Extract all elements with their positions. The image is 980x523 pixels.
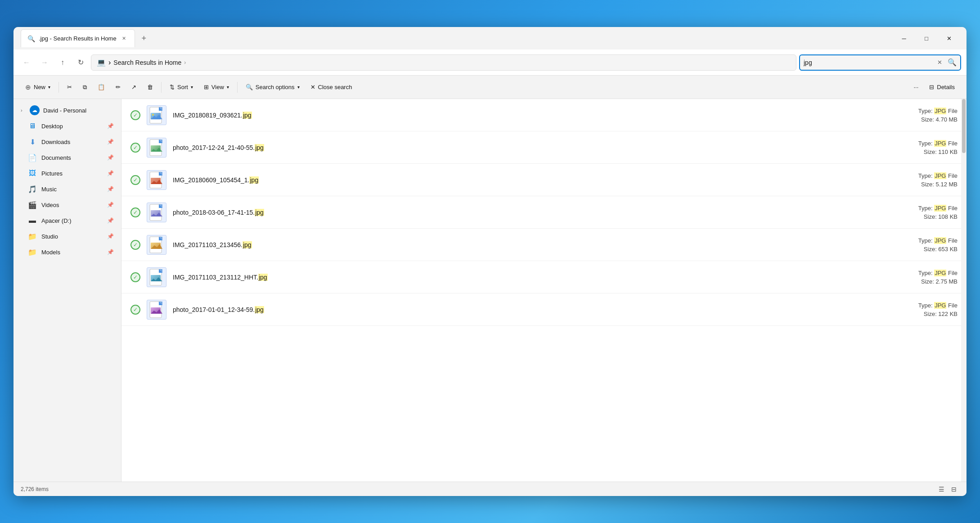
table-row[interactable]: ✓ — [121, 229, 967, 261]
scrollbar-track[interactable] — [961, 99, 967, 482]
file-name-highlight: jpg — [255, 144, 264, 151]
new-label: New — [34, 84, 45, 90]
search-options-chevron-icon: ▾ — [297, 85, 300, 90]
sidebar-studio-label: Studio — [41, 233, 103, 240]
table-row[interactable]: ✓ — [121, 261, 967, 293]
file-meta: Type: JPG File Size: 108 KB — [886, 205, 958, 220]
search-options-icon: 🔍 — [246, 84, 253, 90]
table-row[interactable]: ✓ — [121, 99, 967, 131]
copy-button[interactable]: ⧉ — [78, 79, 91, 95]
sidebar-section-header[interactable]: › ☁ David - Personal — [15, 103, 119, 118]
file-name-highlight: jpg — [243, 112, 252, 119]
pictures-pin-icon: 📌 — [107, 170, 114, 176]
view-label: View — [211, 84, 224, 90]
file-name: IMG_20171103_213112_HHT.jpg — [173, 274, 879, 281]
sidebar-apacer-label: Apacer (D:) — [41, 217, 103, 224]
sidebar-item-downloads[interactable]: ⬇ Downloads 📌 — [15, 134, 119, 149]
main-area: › ☁ David - Personal 🖥 Desktop 📌 ⬇ Downl… — [13, 99, 967, 482]
tab-close-button[interactable]: ✕ — [120, 35, 128, 43]
paste-icon: 📋 — [98, 84, 105, 90]
table-row[interactable]: ✓ — [121, 164, 967, 196]
file-type: Type: JPG File — [918, 205, 958, 212]
new-tab-button[interactable]: + — [137, 31, 151, 45]
sidebar-item-pictures[interactable]: 🖼 Pictures 📌 — [15, 166, 119, 181]
sidebar-item-videos[interactable]: 🎬 Videos 📌 — [15, 197, 119, 212]
sidebar-item-models[interactable]: 📁 Models 📌 — [15, 244, 119, 260]
close-search-button[interactable]: ✕ Close search — [306, 79, 357, 95]
file-name-highlight: jpg — [255, 306, 264, 313]
sidebar-section-chevron: › — [21, 108, 26, 113]
documents-icon: 📄 — [28, 153, 37, 162]
active-tab[interactable]: 🔍 .jpg - Search Results in Home ✕ — [21, 29, 135, 47]
view-button[interactable]: ⊞ View ▾ — [199, 79, 234, 95]
sync-status-icon: ✓ — [130, 175, 140, 185]
file-icon — [147, 105, 166, 125]
sort-button[interactable]: ⇅ Sort ▾ — [165, 79, 198, 95]
file-icon — [147, 235, 166, 255]
file-meta: Type: JPG File Size: 110 KB — [886, 140, 958, 155]
more-options-button[interactable]: ··· — [909, 79, 923, 95]
grid-view-button[interactable]: ⊟ — [949, 484, 959, 495]
sidebar-item-apacer[interactable]: ▬ Apacer (D:) 📌 — [15, 213, 119, 228]
sidebar-item-desktop[interactable]: 🖥 Desktop 📌 — [15, 118, 119, 134]
tab-search-icon: 🔍 — [27, 35, 35, 42]
cut-button[interactable]: ✂ — [63, 79, 76, 95]
svg-rect-9 — [159, 140, 162, 143]
tab-title: .jpg - Search Results in Home — [39, 35, 117, 42]
file-meta: Type: JPG File Size: 2.75 MB — [886, 270, 958, 285]
search-clear-button[interactable]: ✕ — [934, 57, 945, 68]
maximize-button[interactable]: □ — [916, 31, 937, 45]
back-button[interactable]: ← — [19, 55, 34, 70]
search-submit-icon[interactable]: 🔍 — [948, 58, 957, 67]
up-button[interactable]: ↑ — [55, 55, 70, 70]
paste-button[interactable]: 📋 — [93, 79, 109, 95]
table-row[interactable]: ✓ — [121, 293, 967, 326]
file-name-prefix: IMG_20180819_093621. — [173, 112, 243, 119]
search-options-button[interactable]: 🔍 Search options ▾ — [241, 79, 304, 95]
forward-button[interactable]: → — [37, 55, 52, 70]
sidebar-item-documents[interactable]: 📄 Documents 📌 — [15, 150, 119, 165]
close-button[interactable]: ✕ — [939, 31, 959, 45]
list-view-button[interactable]: ☰ — [936, 484, 947, 495]
item-count: 2,726 items — [21, 486, 49, 492]
breadcrumb-bar[interactable]: 💻 › Search Results in Home › — [91, 54, 796, 71]
pictures-icon: 🖼 — [28, 169, 37, 178]
file-name-prefix: photo_2018-03-06_17-41-15. — [173, 209, 255, 216]
svg-rect-24 — [159, 237, 162, 240]
sort-icon: ⇅ — [170, 84, 175, 90]
table-row[interactable]: ✓ — [121, 196, 967, 229]
share-button[interactable]: ↗ — [127, 79, 141, 95]
table-row[interactable]: ✓ — [121, 131, 967, 164]
documents-pin-icon: 📌 — [107, 154, 114, 161]
details-icon: ⊟ — [929, 84, 934, 90]
file-name-prefix: photo_2017-01-01_12-34-59. — [173, 306, 255, 313]
sidebar-videos-label: Videos — [41, 202, 103, 208]
downloads-icon: ⬇ — [28, 137, 37, 146]
search-box[interactable]: ✕ 🔍 — [799, 54, 961, 71]
title-bar: 🔍 .jpg - Search Results in Home ✕ + ─ □ … — [13, 27, 967, 50]
file-name: IMG_20180819_093621.jpg — [173, 112, 879, 119]
toolbar-separator-3 — [237, 82, 238, 93]
file-name-area: IMG_20180609_105454_1.jpg — [173, 176, 879, 184]
sidebar-documents-label: Documents — [41, 154, 103, 161]
breadcrumb-text: Search Results in Home — [113, 59, 181, 66]
file-name-highlight: jpg — [243, 241, 252, 248]
sidebar-item-music[interactable]: 🎵 Music 📌 — [15, 181, 119, 197]
new-button[interactable]: ⊕ New ▾ — [21, 79, 55, 95]
details-button[interactable]: ⊟ Details — [925, 79, 959, 95]
new-icon: ⊕ — [25, 83, 31, 91]
file-size: Size: 108 KB — [924, 213, 958, 220]
scrollbar-thumb[interactable] — [962, 99, 966, 153]
minimize-button[interactable]: ─ — [894, 31, 914, 45]
file-name-area: IMG_20171103_213112_HHT.jpg — [173, 274, 879, 281]
sidebar-item-studio[interactable]: 📁 Studio 📌 — [15, 229, 119, 244]
models-folder-icon: 📁 — [28, 248, 37, 257]
refresh-button[interactable]: ↻ — [73, 55, 88, 70]
sidebar-section-label: David - Personal — [43, 107, 114, 114]
search-input[interactable] — [804, 59, 931, 66]
rename-button[interactable]: ✏ — [111, 79, 125, 95]
delete-button[interactable]: 🗑 — [143, 79, 157, 95]
content-area: ✓ — [121, 99, 967, 482]
sync-status-icon: ✓ — [130, 143, 140, 153]
window-controls: ─ □ ✕ — [894, 31, 959, 45]
